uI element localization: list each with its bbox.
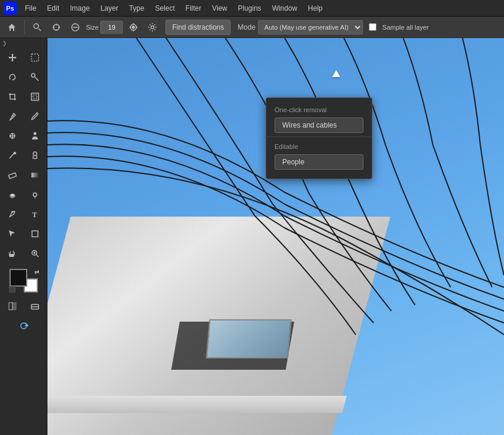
panel-collapse-arrow[interactable]: ❯ — [0, 40, 7, 46]
svg-point-34 — [12, 211, 13, 212]
minus-button[interactable] — [67, 19, 84, 36]
main-area: ❯ — [0, 38, 504, 435]
menu-layer[interactable]: Layer — [95, 3, 123, 14]
svg-rect-42 — [12, 303, 16, 310]
menu-image[interactable]: Image — [65, 3, 94, 14]
svg-rect-29 — [31, 173, 39, 177]
options-toolbar: Size Find distractions Mode Auto (May us… — [0, 17, 504, 38]
wires-and-cables-button[interactable]: Wires and cables — [275, 118, 363, 133]
one-click-removal-label: One-click removal — [266, 104, 372, 116]
crop-tool[interactable] — [2, 87, 23, 106]
svg-rect-20 — [33, 95, 37, 99]
gradient-tool[interactable] — [24, 166, 46, 185]
menu-file[interactable]: File — [20, 3, 41, 14]
svg-point-15 — [151, 26, 154, 28]
svg-rect-41 — [9, 303, 12, 310]
size-control: Size — [86, 21, 123, 34]
svg-point-0 — [34, 24, 39, 28]
left-toolbar: ❯ — [0, 38, 47, 435]
target-icon-button[interactable] — [125, 19, 142, 36]
roof-window — [206, 319, 291, 358]
svg-point-18 — [31, 74, 35, 77]
stamp-tool[interactable] — [24, 146, 46, 165]
blur-tool[interactable] — [2, 185, 23, 204]
brush-tool[interactable] — [2, 146, 23, 165]
menu-bar: Ps File Edit Image Layer Type Select Fil… — [0, 0, 504, 17]
separator — [24, 20, 25, 34]
healing-brush-tool[interactable] — [2, 126, 23, 145]
pen-tool[interactable] — [2, 205, 23, 224]
find-distractions-button[interactable]: Find distractions — [165, 20, 230, 35]
menu-help[interactable]: Help — [303, 3, 327, 14]
eyedropper-tool[interactable] — [2, 107, 23, 126]
mode-label: Mode — [238, 23, 256, 31]
svg-text:T: T — [32, 210, 37, 219]
settings-button[interactable] — [144, 19, 161, 36]
svg-rect-16 — [31, 54, 39, 61]
move-tool[interactable] — [2, 48, 23, 67]
magic-wand-tool[interactable] — [24, 68, 46, 87]
marquee-tool[interactable] — [24, 48, 46, 67]
svg-rect-36 — [32, 231, 38, 237]
path-select-tool[interactable] — [2, 224, 23, 243]
frame-mode-button[interactable] — [24, 297, 46, 316]
crosshair-button[interactable] — [48, 19, 65, 36]
size-label: Size — [86, 24, 98, 31]
svg-point-27 — [33, 152, 37, 155]
roof-gutter — [47, 396, 346, 413]
svg-line-38 — [36, 255, 39, 257]
svg-point-26 — [14, 153, 15, 154]
svg-point-32 — [33, 193, 37, 196]
swap-colors[interactable]: ⇄ — [34, 269, 39, 275]
dropdown-divider — [266, 136, 372, 137]
svg-rect-28 — [8, 173, 16, 179]
menu-type[interactable]: Type — [124, 3, 149, 14]
svg-point-31 — [11, 194, 14, 196]
foreground-color[interactable] — [9, 269, 27, 287]
frame-tool[interactable] — [24, 87, 46, 106]
menu-view[interactable]: View — [207, 3, 232, 14]
eyedropper2-tool[interactable] — [24, 107, 46, 126]
find-distractions-dropdown: One-click removal Wires and cables Edita… — [266, 97, 372, 179]
person-tool[interactable] — [24, 126, 46, 145]
canvas-area[interactable]: One-click removal Wires and cables Edita… — [47, 38, 504, 435]
svg-rect-19 — [31, 93, 39, 100]
svg-point-10 — [132, 26, 135, 28]
hand-tool[interactable] — [2, 244, 23, 263]
menu-select[interactable]: Select — [150, 3, 179, 14]
menu-window[interactable]: Window — [267, 3, 302, 14]
type-tool[interactable]: T — [24, 205, 46, 224]
svg-point-25 — [33, 132, 36, 135]
color-swatches[interactable]: ⇄ ⬛ — [8, 269, 39, 293]
menu-filter[interactable]: Filter — [181, 3, 206, 14]
menu-edit[interactable]: Edit — [42, 3, 64, 14]
roof — [47, 217, 504, 435]
home-button[interactable] — [4, 19, 20, 36]
dodge-tool[interactable] — [24, 185, 46, 204]
size-input[interactable] — [100, 21, 123, 34]
zoom-tool[interactable] — [24, 244, 46, 263]
sample-all-checkbox[interactable] — [369, 23, 377, 31]
brush-preset-button[interactable] — [29, 19, 46, 36]
editable-label: Editable — [266, 141, 372, 153]
app-logo: Ps — [4, 2, 17, 15]
mode-select[interactable]: Auto (May use generative AI) Content-Awa… — [258, 20, 363, 34]
eraser-tool[interactable] — [2, 166, 23, 185]
people-button[interactable]: People — [275, 154, 363, 170]
quick-mask-button[interactable] — [2, 297, 23, 316]
svg-line-1 — [39, 28, 41, 31]
menu-plugins[interactable]: Plugins — [233, 3, 266, 14]
shape-tool[interactable] — [24, 224, 46, 243]
cursor — [332, 70, 340, 77]
reset-colors[interactable]: ⬛ — [8, 286, 15, 293]
svg-line-17 — [35, 77, 39, 81]
rotate-canvas-button[interactable] — [13, 316, 34, 335]
sample-all-label: Sample all layer — [382, 24, 429, 31]
lasso-tool[interactable] — [2, 68, 23, 87]
